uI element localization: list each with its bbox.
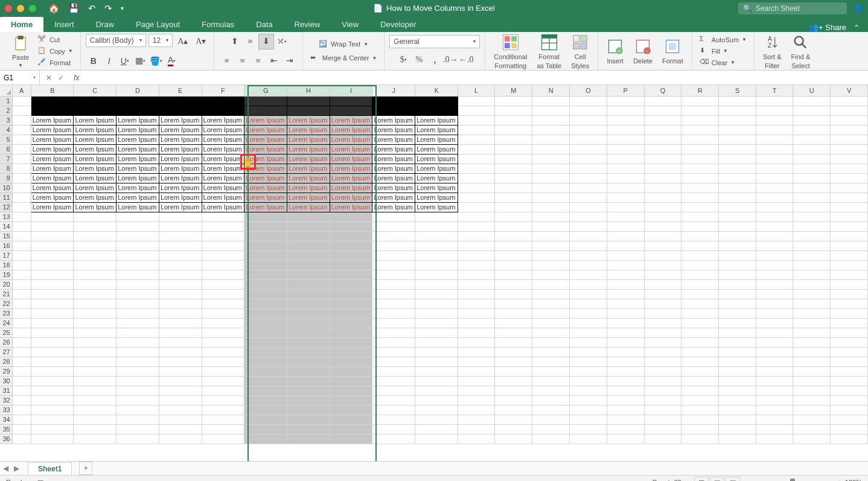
cell[interactable]: [756, 183, 793, 193]
cell[interactable]: Lorem Ipsum: [244, 173, 287, 183]
cell[interactable]: Lorem Ipsum: [372, 144, 415, 154]
cell[interactable]: [202, 250, 244, 260]
cell[interactable]: [372, 250, 415, 260]
conditional-formatting-button[interactable]: ConditionalFormatting: [490, 32, 531, 71]
cell[interactable]: Lorem Ipsum: [415, 173, 458, 183]
cell[interactable]: [719, 434, 756, 444]
cell[interactable]: [287, 424, 330, 434]
cell[interactable]: [607, 164, 644, 173]
cell[interactable]: [719, 308, 756, 318]
italic-button[interactable]: I: [101, 53, 117, 69]
cell[interactable]: Lorem Ipsum: [330, 202, 372, 212]
cell[interactable]: [793, 221, 831, 231]
cell[interactable]: [793, 183, 831, 193]
cell[interactable]: [831, 241, 868, 250]
format-as-table-button[interactable]: Formatas Table: [533, 32, 565, 71]
cell[interactable]: Lorem Ipsum: [202, 144, 244, 154]
cell[interactable]: [532, 231, 570, 241]
cell[interactable]: [570, 376, 607, 386]
cell[interactable]: Lorem Ipsum: [244, 125, 287, 135]
cell[interactable]: [330, 308, 372, 318]
cell[interactable]: [495, 415, 532, 424]
cell[interactable]: Lorem Ipsum: [31, 115, 74, 125]
tab-draw[interactable]: Draw: [85, 17, 125, 32]
cell[interactable]: [532, 405, 570, 415]
cell[interactable]: [644, 415, 681, 424]
cell[interactable]: [372, 366, 415, 376]
cell[interactable]: [458, 366, 494, 376]
tab-home[interactable]: Home: [0, 17, 43, 32]
cell[interactable]: [719, 96, 756, 106]
cell[interactable]: [831, 337, 868, 347]
cell[interactable]: [202, 424, 244, 434]
decrease-indent-button[interactable]: ⇤: [266, 53, 282, 69]
cell[interactable]: [116, 106, 159, 115]
cell[interactable]: [244, 241, 287, 250]
cell[interactable]: [202, 386, 244, 395]
cell[interactable]: [719, 279, 756, 289]
cell[interactable]: [12, 241, 31, 250]
cell[interactable]: [202, 366, 244, 376]
cell[interactable]: Lorem Ipsum: [116, 183, 159, 193]
cell[interactable]: [74, 337, 116, 347]
cell[interactable]: Lorem Ipsum: [415, 135, 458, 144]
cell[interactable]: [244, 250, 287, 260]
cell[interactable]: [159, 299, 202, 308]
column-header[interactable]: O: [570, 85, 607, 96]
cell[interactable]: Lorem Ipsum: [330, 115, 372, 125]
cell[interactable]: [719, 366, 756, 376]
cell[interactable]: [202, 289, 244, 299]
cell[interactable]: [415, 366, 458, 376]
cell[interactable]: [202, 415, 244, 424]
cell[interactable]: [570, 405, 607, 415]
row-header[interactable]: 19: [0, 270, 12, 279]
cell[interactable]: [458, 173, 494, 183]
cell[interactable]: [287, 221, 330, 231]
cell[interactable]: [12, 183, 31, 193]
cell[interactable]: [31, 415, 74, 424]
cell[interactable]: [116, 212, 159, 221]
cell[interactable]: Lorem Ipsum: [287, 164, 330, 173]
cell[interactable]: [793, 328, 831, 337]
cell[interactable]: [287, 395, 330, 405]
cell[interactable]: [330, 260, 372, 270]
cell[interactable]: [31, 231, 74, 241]
cell[interactable]: [372, 260, 415, 270]
cell[interactable]: [202, 270, 244, 279]
cell[interactable]: [244, 434, 287, 444]
cell[interactable]: [330, 424, 372, 434]
cell[interactable]: [244, 386, 287, 395]
cell[interactable]: [831, 405, 868, 415]
cell[interactable]: [74, 424, 116, 434]
row-header[interactable]: 5: [0, 135, 12, 144]
cell[interactable]: [756, 193, 793, 202]
cell[interactable]: [372, 415, 415, 424]
find-select-button[interactable]: Find &Select: [788, 32, 814, 71]
cell[interactable]: [12, 386, 31, 395]
cell[interactable]: [532, 386, 570, 395]
cell[interactable]: [719, 221, 756, 231]
cell[interactable]: [287, 279, 330, 289]
row-header[interactable]: 4: [0, 125, 12, 135]
cell[interactable]: [719, 415, 756, 424]
cell[interactable]: [719, 318, 756, 328]
cell[interactable]: [607, 328, 644, 337]
cell[interactable]: [287, 357, 330, 366]
search-input[interactable]: 🔍 Search Sheet: [738, 2, 847, 14]
cell[interactable]: [607, 96, 644, 106]
format-cells-button[interactable]: Format: [659, 36, 687, 66]
cell[interactable]: [12, 357, 31, 366]
cell[interactable]: [415, 221, 458, 231]
cell[interactable]: [74, 279, 116, 289]
cell[interactable]: [116, 308, 159, 318]
cell[interactable]: [458, 260, 494, 270]
cell[interactable]: [495, 212, 532, 221]
cell[interactable]: [607, 241, 644, 250]
cell[interactable]: [159, 347, 202, 357]
cell[interactable]: [495, 328, 532, 337]
cell[interactable]: [756, 164, 793, 173]
cell[interactable]: [644, 424, 681, 434]
cell[interactable]: [330, 96, 372, 106]
cell[interactable]: [570, 250, 607, 260]
underline-button[interactable]: U▾: [117, 53, 133, 69]
